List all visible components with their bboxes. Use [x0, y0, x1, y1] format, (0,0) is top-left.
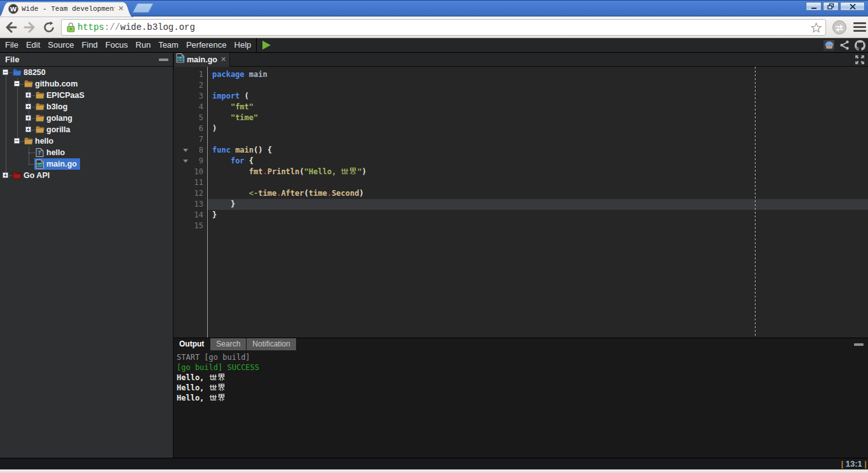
- run-play-button[interactable]: [262, 41, 271, 50]
- bookmark-star-icon[interactable]: [811, 22, 822, 33]
- tree-toggle-plus-icon[interactable]: [3, 172, 8, 178]
- code-editor[interactable]: 123456789101112131415 package mainimport…: [173, 67, 868, 338]
- file-sidebar: File 88250github.comEPICPaaSb3loggolangg…: [0, 53, 173, 458]
- code-line: <-time.After(time.Second): [208, 188, 868, 199]
- line-number: 3: [173, 91, 207, 102]
- tree-item-hello[interactable]: ?hello: [0, 147, 173, 158]
- code-line: ): [208, 123, 868, 134]
- tree-toggle-minus-icon[interactable]: [14, 138, 20, 144]
- tab-title: Wide - Team development: [22, 5, 115, 13]
- tree-item-go-api[interactable]: Go API: [0, 170, 173, 181]
- bottom-tab-output[interactable]: Output: [173, 338, 210, 350]
- file-unknown-icon: ?: [36, 148, 44, 157]
- menu-run[interactable]: Run: [132, 38, 154, 52]
- tree-toggle-minus-icon[interactable]: [3, 69, 8, 75]
- code-line: [208, 221, 868, 231]
- tree-item-epicpaas[interactable]: EPICPaaS: [0, 90, 173, 101]
- window-restore-button[interactable]: [823, 2, 839, 11]
- output-line: START [go build]: [177, 352, 868, 362]
- code-line: [208, 134, 868, 145]
- window-close-button[interactable]: [840, 2, 865, 11]
- code-line: package main: [208, 69, 868, 80]
- editor-column: GO main.go ✕ 123456789101112131415: [173, 53, 868, 458]
- code-line: "fmt": [208, 102, 868, 113]
- editor-codepane[interactable]: package mainimport ( "fmt" "time")func m…: [208, 67, 868, 338]
- line-number: 15: [173, 221, 207, 231]
- code-line: func main() {: [208, 145, 868, 156]
- fold-marker-icon[interactable]: [183, 160, 188, 163]
- svg-text:GO: GO: [37, 163, 43, 167]
- extension-icon[interactable]: [832, 20, 847, 35]
- browser-tab[interactable]: W Wide - Team development ✕: [4, 2, 126, 17]
- tree-item-golang[interactable]: golang: [0, 113, 173, 124]
- tree-label: b3log: [46, 101, 67, 113]
- tree-item-88250[interactable]: 88250: [0, 67, 173, 78]
- tree-item-gorilla[interactable]: gorilla: [0, 124, 173, 135]
- folder-icon: [36, 91, 44, 100]
- folder-icon: [36, 125, 44, 134]
- browser-titlebar: W Wide - Team development ✕: [0, 0, 868, 15]
- svg-text:W: W: [10, 6, 17, 13]
- tree-toggle-minus-icon[interactable]: [14, 81, 20, 86]
- github-icon[interactable]: [855, 40, 865, 51]
- menubar-right-icons: [824, 38, 865, 52]
- tree-item-github-com[interactable]: github.com: [0, 78, 173, 90]
- code-line: fmt.Println("Hello, "): [208, 167, 868, 177]
- menu-focus[interactable]: Focus: [102, 38, 132, 52]
- output-console: START [go build][go build] SUCCESSHello,…: [173, 350, 868, 458]
- folder-icon: [24, 79, 33, 88]
- menu-file[interactable]: File: [1, 38, 22, 52]
- line-number: 8: [173, 145, 207, 156]
- line-number: 14: [173, 210, 207, 221]
- editor-tab-label: main.go: [187, 55, 217, 64]
- window-controls: [806, 2, 865, 11]
- sidebar-collapse-icon[interactable]: [159, 58, 168, 61]
- forward-button[interactable]: [23, 20, 37, 34]
- tree-label: hello: [46, 147, 65, 158]
- tree-label: 88250: [24, 67, 46, 78]
- https-lock-icon: [67, 22, 75, 32]
- fold-marker-icon[interactable]: [183, 149, 188, 152]
- window-bottom-edge: [0, 469, 868, 473]
- tree-toggle-plus-icon[interactable]: [25, 115, 31, 121]
- share-icon[interactable]: [839, 40, 850, 50]
- bottom-panel-tabs: OutputSearchNotification: [173, 338, 868, 350]
- tree-item-b3log[interactable]: b3log: [0, 101, 173, 113]
- tree-toggle-plus-icon[interactable]: [25, 127, 31, 132]
- reload-button[interactable]: [42, 20, 56, 34]
- line-number: 6: [173, 123, 207, 134]
- menu-source[interactable]: Source: [44, 38, 78, 52]
- bottom-tab-notification[interactable]: Notification: [247, 338, 296, 350]
- back-button[interactable]: [4, 20, 18, 34]
- output-line: [go build] SUCCESS: [177, 362, 868, 373]
- wide-favicon: W: [8, 4, 18, 14]
- window-minimize-button[interactable]: [806, 2, 822, 11]
- bottom-tab-search[interactable]: Search: [210, 338, 247, 350]
- bottom-panel-collapse-icon[interactable]: [854, 343, 864, 346]
- menu-team[interactable]: Team: [154, 38, 182, 52]
- menu-edit[interactable]: Edit: [22, 38, 44, 52]
- fullscreen-icon[interactable]: [855, 55, 864, 64]
- menu-perference[interactable]: Perference: [182, 38, 231, 52]
- tree-toggle-plus-icon[interactable]: [25, 92, 31, 98]
- editor-tab-close-icon[interactable]: ✕: [220, 55, 226, 64]
- output-line: Hello,: [177, 393, 868, 403]
- tab-close-icon[interactable]: ✕: [118, 6, 124, 12]
- new-tab-button[interactable]: [132, 3, 154, 13]
- menu-help[interactable]: Help: [231, 38, 255, 52]
- address-bar[interactable]: https://wide.b3log.org: [61, 19, 826, 36]
- line-number: 2: [173, 80, 207, 91]
- menu-find[interactable]: Find: [78, 38, 102, 52]
- editor-tab-maingo[interactable]: GO main.go ✕: [173, 53, 230, 67]
- tree-toggle-plus-icon[interactable]: [25, 104, 31, 109]
- tab-content: W Wide - Team development ✕: [8, 4, 124, 14]
- tree-label: golang: [46, 113, 72, 124]
- browser-menu-icon[interactable]: [853, 22, 866, 32]
- tree-item-main-go[interactable]: GOmain.go: [0, 158, 173, 170]
- output-line: Hello,: [177, 373, 868, 383]
- tree-item-hello[interactable]: hello: [0, 135, 173, 147]
- url-host: wide.b3log.org: [120, 22, 195, 32]
- user-avatar[interactable]: [824, 40, 834, 51]
- line-number: 10: [173, 167, 207, 177]
- code-line: [208, 80, 868, 91]
